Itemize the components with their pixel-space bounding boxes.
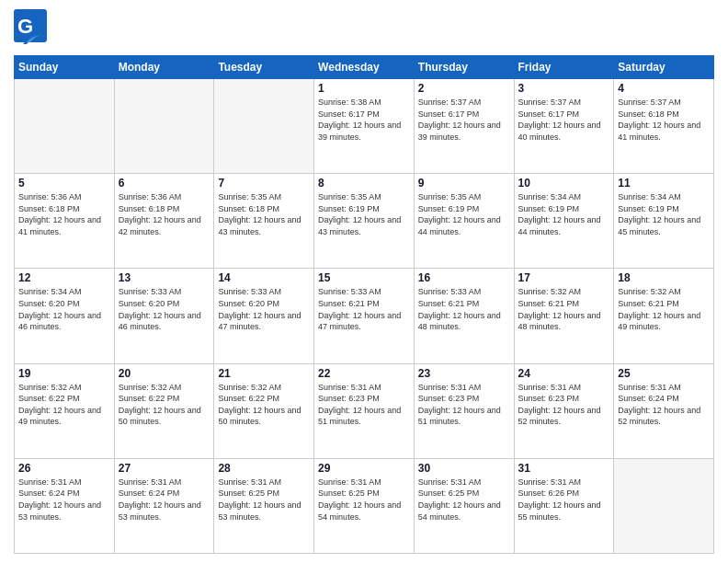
calendar-cell-1-2 [114,79,214,174]
calendar-cell-1-4: 1Sunrise: 5:38 AMSunset: 6:17 PMDaylight… [314,79,415,174]
cell-info: Sunrise: 5:36 AMSunset: 6:18 PMDaylight:… [119,191,210,237]
calendar-cell-2-7: 11Sunrise: 5:34 AMSunset: 6:19 PMDayligh… [614,174,714,269]
day-number: 27 [119,462,210,475]
calendar-cell-5-5: 30Sunrise: 5:31 AMSunset: 6:25 PMDayligh… [414,458,514,553]
day-number: 16 [418,271,510,284]
cell-info: Sunrise: 5:35 AMSunset: 6:19 PMDaylight:… [318,191,410,237]
cell-info: Sunrise: 5:38 AMSunset: 6:17 PMDaylight:… [318,97,410,143]
cell-info: Sunrise: 5:31 AMSunset: 6:23 PMDaylight:… [418,382,510,428]
cell-info: Sunrise: 5:31 AMSunset: 6:23 PMDaylight:… [318,382,410,428]
day-number: 15 [318,271,410,284]
cell-info: Sunrise: 5:35 AMSunset: 6:18 PMDaylight:… [218,191,310,237]
calendar-table: SundayMondayTuesdayWednesdayThursdayFrid… [14,55,714,554]
calendar-cell-2-3: 7Sunrise: 5:35 AMSunset: 6:18 PMDaylight… [214,174,314,269]
calendar-cell-1-5: 2Sunrise: 5:37 AMSunset: 6:17 PMDaylight… [414,79,514,174]
day-number: 28 [218,462,310,475]
calendar-cell-2-5: 9Sunrise: 5:35 AMSunset: 6:19 PMDaylight… [414,174,514,269]
week-row-2: 5Sunrise: 5:36 AMSunset: 6:18 PMDaylight… [15,174,714,269]
cell-info: Sunrise: 5:37 AMSunset: 6:17 PMDaylight:… [518,97,610,143]
cell-info: Sunrise: 5:33 AMSunset: 6:21 PMDaylight:… [318,286,410,332]
day-number: 14 [218,271,310,284]
cell-info: Sunrise: 5:31 AMSunset: 6:24 PMDaylight:… [119,477,210,523]
logo: G [14,9,51,50]
calendar-cell-5-4: 29Sunrise: 5:31 AMSunset: 6:25 PMDayligh… [314,458,415,553]
calendar-cell-3-3: 14Sunrise: 5:33 AMSunset: 6:20 PMDayligh… [214,269,314,363]
day-number: 8 [318,177,410,190]
cell-info: Sunrise: 5:35 AMSunset: 6:19 PMDaylight:… [418,191,510,237]
cell-info: Sunrise: 5:31 AMSunset: 6:24 PMDaylight:… [18,477,110,523]
weekday-header-row: SundayMondayTuesdayWednesdayThursdayFrid… [15,56,714,79]
calendar-cell-2-6: 10Sunrise: 5:34 AMSunset: 6:19 PMDayligh… [514,174,614,269]
calendar-cell-4-1: 19Sunrise: 5:32 AMSunset: 6:22 PMDayligh… [15,363,115,458]
generalblue-icon: G [14,9,47,50]
calendar-cell-5-3: 28Sunrise: 5:31 AMSunset: 6:25 PMDayligh… [214,458,314,553]
calendar-cell-2-2: 6Sunrise: 5:36 AMSunset: 6:18 PMDaylight… [114,174,214,269]
calendar-cell-4-6: 24Sunrise: 5:31 AMSunset: 6:23 PMDayligh… [514,363,614,458]
calendar-cell-5-6: 31Sunrise: 5:31 AMSunset: 6:26 PMDayligh… [514,458,614,553]
cell-info: Sunrise: 5:32 AMSunset: 6:21 PMDaylight:… [618,286,710,332]
cell-info: Sunrise: 5:31 AMSunset: 6:25 PMDaylight:… [418,477,510,523]
cell-info: Sunrise: 5:32 AMSunset: 6:22 PMDaylight:… [218,382,310,428]
calendar-cell-4-3: 21Sunrise: 5:32 AMSunset: 6:22 PMDayligh… [214,363,314,458]
day-number: 4 [618,82,710,95]
weekday-header-saturday: Saturday [614,56,714,79]
cell-info: Sunrise: 5:34 AMSunset: 6:19 PMDaylight:… [518,191,610,237]
day-number: 6 [119,177,210,190]
calendar-cell-1-3 [214,79,314,174]
calendar-cell-1-7: 4Sunrise: 5:37 AMSunset: 6:18 PMDaylight… [614,79,714,174]
day-number: 17 [518,271,610,284]
calendar-cell-4-2: 20Sunrise: 5:32 AMSunset: 6:22 PMDayligh… [114,363,214,458]
week-row-5: 26Sunrise: 5:31 AMSunset: 6:24 PMDayligh… [15,458,714,553]
day-number: 7 [218,177,310,190]
day-number: 29 [318,462,410,475]
day-number: 10 [518,177,610,190]
day-number: 24 [518,367,610,380]
day-number: 22 [318,367,410,380]
calendar-cell-5-2: 27Sunrise: 5:31 AMSunset: 6:24 PMDayligh… [114,458,214,553]
day-number: 21 [218,367,310,380]
calendar-cell-2-1: 5Sunrise: 5:36 AMSunset: 6:18 PMDaylight… [15,174,115,269]
week-row-4: 19Sunrise: 5:32 AMSunset: 6:22 PMDayligh… [15,363,714,458]
cell-info: Sunrise: 5:33 AMSunset: 6:21 PMDaylight:… [418,286,510,332]
day-number: 2 [418,82,510,95]
calendar-cell-3-2: 13Sunrise: 5:33 AMSunset: 6:20 PMDayligh… [114,269,214,363]
week-row-1: 1Sunrise: 5:38 AMSunset: 6:17 PMDaylight… [15,79,714,174]
cell-info: Sunrise: 5:31 AMSunset: 6:25 PMDaylight:… [218,477,310,523]
calendar-cell-4-5: 23Sunrise: 5:31 AMSunset: 6:23 PMDayligh… [414,363,514,458]
weekday-header-wednesday: Wednesday [314,56,415,79]
day-number: 11 [618,177,710,190]
cell-info: Sunrise: 5:31 AMSunset: 6:23 PMDaylight:… [518,382,610,428]
day-number: 31 [518,462,610,475]
day-number: 30 [418,462,510,475]
weekday-header-sunday: Sunday [15,56,115,79]
weekday-header-tuesday: Tuesday [214,56,314,79]
cell-info: Sunrise: 5:34 AMSunset: 6:20 PMDaylight:… [18,286,110,332]
calendar-cell-5-7 [614,458,714,553]
cell-info: Sunrise: 5:31 AMSunset: 6:24 PMDaylight:… [618,382,710,428]
day-number: 3 [518,82,610,95]
cell-info: Sunrise: 5:33 AMSunset: 6:20 PMDaylight:… [119,286,210,332]
calendar-cell-3-6: 17Sunrise: 5:32 AMSunset: 6:21 PMDayligh… [514,269,614,363]
page: G SundayMondayTuesdayWednesdayThursdayFr… [0,0,728,563]
calendar-cell-4-7: 25Sunrise: 5:31 AMSunset: 6:24 PMDayligh… [614,363,714,458]
weekday-header-friday: Friday [514,56,614,79]
cell-info: Sunrise: 5:31 AMSunset: 6:25 PMDaylight:… [318,477,410,523]
cell-info: Sunrise: 5:31 AMSunset: 6:26 PMDaylight:… [518,477,610,523]
weekday-header-monday: Monday [114,56,214,79]
calendar-cell-4-4: 22Sunrise: 5:31 AMSunset: 6:23 PMDayligh… [314,363,415,458]
calendar-cell-3-7: 18Sunrise: 5:32 AMSunset: 6:21 PMDayligh… [614,269,714,363]
day-number: 19 [18,367,110,380]
cell-info: Sunrise: 5:32 AMSunset: 6:21 PMDaylight:… [518,286,610,332]
cell-info: Sunrise: 5:33 AMSunset: 6:20 PMDaylight:… [218,286,310,332]
calendar-cell-3-1: 12Sunrise: 5:34 AMSunset: 6:20 PMDayligh… [15,269,115,363]
cell-info: Sunrise: 5:37 AMSunset: 6:17 PMDaylight:… [418,97,510,143]
cell-info: Sunrise: 5:32 AMSunset: 6:22 PMDaylight:… [119,382,210,428]
day-number: 20 [119,367,210,380]
day-number: 1 [318,82,410,95]
day-number: 13 [119,271,210,284]
cell-info: Sunrise: 5:32 AMSunset: 6:22 PMDaylight:… [18,382,110,428]
calendar-cell-3-4: 15Sunrise: 5:33 AMSunset: 6:21 PMDayligh… [314,269,415,363]
calendar-cell-1-1 [15,79,115,174]
week-row-3: 12Sunrise: 5:34 AMSunset: 6:20 PMDayligh… [15,269,714,363]
day-number: 5 [18,177,110,190]
